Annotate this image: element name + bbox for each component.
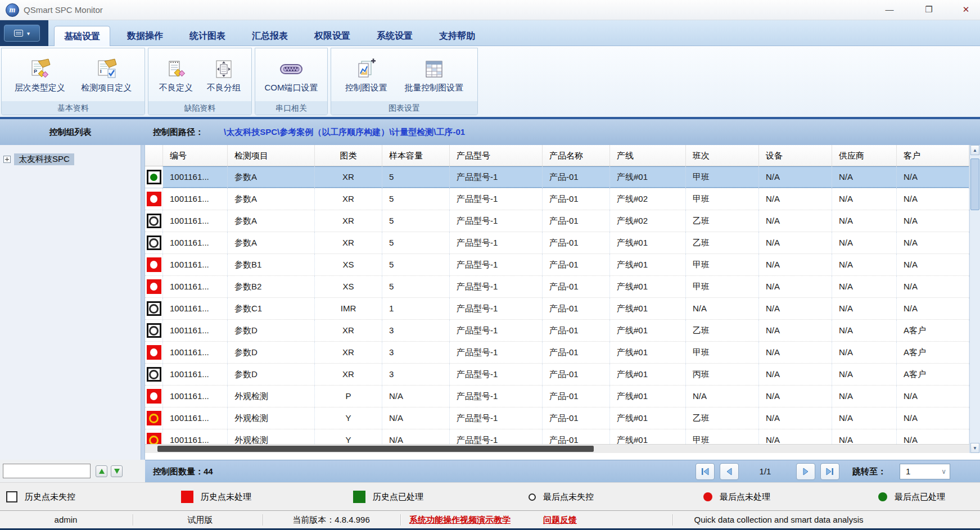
ribbon-button-com-port[interactable]: COM端口设置 — [261, 57, 322, 94]
table-row[interactable]: 1001161...参数DXR3产品型号-1产品-01产线#01乙班N/AN/A… — [145, 320, 969, 342]
table-header-9[interactable]: 设备 — [759, 145, 832, 166]
ribbon-button-defect-group[interactable]: 不良分组 — [204, 57, 244, 94]
table-row[interactable]: 1001161...参数DXR3产品型号-1产品-01产线#01丙班N/AN/A… — [145, 364, 969, 386]
ribbon-button-label: 检测项目定义 — [81, 83, 132, 93]
window-title: QSmart SPC Monitor — [24, 0, 103, 20]
table-header-8[interactable]: 班次 — [686, 145, 759, 166]
control-group-tree-panel: 太友科技SPC — [0, 145, 141, 460]
table-cell: 3 — [382, 320, 450, 341]
row-status-cell — [145, 342, 163, 363]
panel-splitter[interactable] — [141, 145, 145, 460]
chart-path-label: 控制图路径： — [153, 119, 204, 145]
table-header-2[interactable]: 检测项目 — [228, 145, 315, 166]
close-button[interactable]: ✕ — [954, 2, 978, 17]
table-cell: 3 — [382, 364, 450, 385]
tree-node-label[interactable]: 太友科技SPC — [14, 153, 74, 165]
ribbon-button-hierarchy-type[interactable]: P层次类型定义 — [11, 57, 69, 94]
table-row[interactable]: 1001161...外观检测YN/A产品型号-1产品-01产线#01乙班N/AN… — [145, 407, 969, 429]
statusbar-divider — [133, 514, 133, 526]
tab-系统设置[interactable]: 系统设置 — [367, 26, 422, 46]
inspection-item-icon: I — [94, 58, 118, 80]
last-page-icon — [824, 466, 836, 477]
prev-page-icon — [724, 466, 735, 477]
statusbar-text: Quick data collection and smart data ana… — [694, 511, 864, 528]
ribbon-button-defect-define[interactable]: 不良定义 — [156, 57, 196, 94]
ribbon-group: 控制图设置批量控制图设置图表设置 — [331, 48, 478, 115]
search-input[interactable] — [3, 464, 91, 478]
tree-expand-icon[interactable] — [3, 156, 11, 163]
table-cell: 参数D — [228, 320, 315, 341]
ribbon-tab-row: ▾ 基础设置数据操作统计图表汇总报表权限设置系统设置支持帮助 — [0, 20, 980, 46]
tab-数据操作[interactable]: 数据操作 — [118, 26, 173, 46]
tab-统计图表[interactable]: 统计图表 — [180, 26, 235, 46]
table-row[interactable]: 1001161...参数AXR5产品型号-1产品-01产线#02乙班N/AN/A… — [145, 210, 969, 232]
table-header-row: 编号检测项目图类样本容量产品型号产品名称产线班次设备供应商客户 — [145, 145, 969, 166]
batch-control-chart-icon — [422, 58, 446, 80]
jump-to-dropdown[interactable]: 1 ∨ — [900, 464, 950, 479]
first-page-button[interactable] — [696, 463, 715, 480]
ribbon-button-batch-control-chart[interactable]: 批量控制图设置 — [401, 57, 467, 94]
vertical-scrollbar-thumb[interactable] — [970, 158, 979, 210]
statusbar-text: 当前版本：4.8.4.996 — [292, 511, 370, 528]
legend-item: 历史点未失控 — [6, 483, 75, 511]
horizontal-scrollbar[interactable] — [145, 444, 969, 453]
table-header-10[interactable]: 供应商 — [832, 145, 897, 166]
table-row[interactable]: 1001161...参数B2XS5产品型号-1产品-01产线#01甲班N/AN/… — [145, 276, 969, 298]
vertical-scrollbar[interactable]: ▲ ▼ — [969, 145, 980, 453]
statusbar-text: admin — [55, 511, 78, 528]
ribbon-button-label: COM端口设置 — [265, 83, 318, 93]
table-cell: 产品型号-1 — [450, 276, 543, 297]
legend-item: 最后点已处理 — [878, 483, 945, 511]
table-row[interactable]: 1001161...参数AXR5产品型号-1产品-01产线#02甲班N/AN/A… — [145, 188, 969, 210]
app-menu-button[interactable]: ▾ — [4, 25, 40, 42]
prev-page-button[interactable] — [720, 463, 739, 480]
table-cell: N/A — [686, 386, 759, 407]
legend-circle-red-icon — [703, 492, 712, 501]
scroll-down-icon[interactable]: ▼ — [970, 443, 979, 453]
table-row[interactable]: 1001161...参数AXR5产品型号-1产品-01产线#01乙班N/AN/A… — [145, 232, 969, 254]
table-header-11[interactable]: 客户 — [897, 145, 969, 166]
ribbon-button-label: 不良分组 — [207, 83, 241, 93]
ribbon-button-inspection-item[interactable]: I检测项目定义 — [78, 57, 135, 94]
horizontal-scrollbar-thumb[interactable] — [157, 446, 594, 452]
maximize-button[interactable]: ❐ — [916, 2, 941, 17]
ribbon-button-control-chart[interactable]: 控制图设置 — [342, 57, 391, 94]
tab-支持帮助[interactable]: 支持帮助 — [430, 26, 485, 46]
table-header-1[interactable]: 编号 — [163, 145, 228, 166]
table-header-5[interactable]: 产品型号 — [450, 145, 543, 166]
tab-汇总报表[interactable]: 汇总报表 — [242, 26, 297, 46]
table-cell: 产品型号-1 — [450, 364, 543, 385]
table-cell: 甲班 — [686, 276, 759, 297]
table-row[interactable]: 1001161...参数DXR3产品型号-1产品-01产线#01甲班N/AN/A… — [145, 342, 969, 364]
table-cell: 1001161... — [163, 386, 228, 407]
table-row[interactable]: 1001161...参数C1IMR1产品型号-1产品-01产线#01N/AN/A… — [145, 298, 969, 320]
table-cell: 甲班 — [686, 429, 759, 444]
table-cell: XR — [315, 320, 382, 341]
last-page-button[interactable] — [820, 463, 839, 480]
tab-基础设置[interactable]: 基础设置 — [54, 26, 110, 46]
table-header-status[interactable] — [145, 145, 163, 166]
ribbon-group-label: 缺陷资料 — [148, 101, 251, 115]
tree-node-root[interactable]: 太友科技SPC — [3, 153, 74, 165]
app-menu-block: ▾ — [0, 20, 48, 46]
search-next-button[interactable] — [111, 465, 123, 477]
table-header-6[interactable]: 产品名称 — [543, 145, 610, 166]
row-status-cell — [145, 188, 163, 210]
table-row[interactable]: 1001161...参数AXR5产品型号-1产品-01产线#01甲班N/AN/A… — [145, 166, 969, 188]
table-header-3[interactable]: 图类 — [315, 145, 382, 166]
table-header-7[interactable]: 产线 — [610, 145, 686, 166]
table-cell: 5 — [382, 232, 450, 253]
scroll-up-icon[interactable]: ▲ — [970, 145, 979, 155]
minimize-button[interactable]: — — [877, 2, 902, 17]
table-row[interactable]: 1001161...外观检测PN/A产品型号-1产品-01产线#01N/AN/A… — [145, 386, 969, 407]
statusbar-link[interactable]: 系统功能操作视频演示教学 — [409, 511, 511, 528]
table-cell: 参数B2 — [228, 276, 315, 297]
tab-权限设置[interactable]: 权限设置 — [305, 26, 360, 46]
table-row[interactable]: 1001161...外观检测YN/A产品型号-1产品-01产线#01甲班N/AN… — [145, 429, 969, 444]
next-page-button[interactable] — [796, 463, 815, 480]
ribbon-button-label: 不良定义 — [159, 83, 193, 93]
table-row[interactable]: 1001161...参数B1XS5产品型号-1产品-01产线#01甲班N/AN/… — [145, 254, 969, 276]
table-header-4[interactable]: 样本容量 — [382, 145, 450, 166]
statusbar-link[interactable]: 问题反馈 — [543, 511, 577, 528]
search-prev-button[interactable] — [96, 465, 107, 477]
